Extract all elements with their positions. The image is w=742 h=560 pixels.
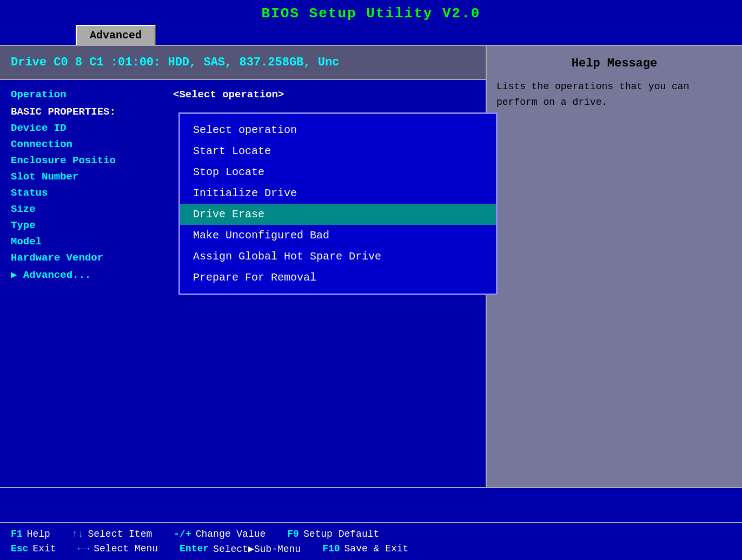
title-bar: BIOS Setup Utility V2.0: [0, 0, 742, 25]
tab-bar: Advanced: [0, 25, 742, 45]
footer-row-2: Esc Exit ←→ Select Menu Enter Select▶Sub…: [11, 543, 731, 555]
dropdown-item-prepare-for-removal[interactable]: Prepare For Removal: [180, 267, 496, 288]
drive-info: Drive C0 8 C1 :01:00: HDD, SAS, 837.258G…: [0, 46, 486, 80]
help-title: Help Message: [496, 57, 732, 70]
f10-desc: Save & Exit: [345, 543, 409, 554]
main-area: Drive C0 8 C1 :01:00: HDD, SAS, 837.258G…: [0, 45, 742, 488]
properties-list: Operation <Select operation> BASIC PROPE…: [0, 80, 486, 290]
footer-change-value: -/+ Change Value: [174, 529, 266, 539]
leftright-key: ←→: [78, 543, 90, 554]
footer-enter: Enter Select▶Sub-Menu: [180, 543, 301, 555]
f9-desc: Setup Default: [303, 529, 379, 539]
footer: F1 Help ↑↓ Select Item -/+ Change Value …: [0, 522, 742, 560]
f1-desc: Help: [27, 529, 50, 539]
right-panel: Help Message Lists the operations that y…: [487, 46, 742, 487]
operation-label: Operation: [11, 89, 130, 101]
operation-dropdown[interactable]: Select operation Start Locate Stop Locat…: [178, 112, 498, 295]
updown-desc: Select Item: [88, 529, 152, 539]
esc-key: Esc: [11, 543, 28, 554]
change-value-desc: Change Value: [196, 529, 266, 539]
advanced-tab[interactable]: Advanced: [76, 25, 156, 45]
dropdown-item-drive-erase[interactable]: Drive Erase: [180, 204, 496, 225]
esc-desc: Exit: [32, 543, 56, 554]
footer-row-1: F1 Help ↑↓ Select Item -/+ Change Value …: [11, 529, 731, 539]
help-text: Lists the operations that you can perfor…: [496, 79, 732, 110]
updown-key: ↑↓: [72, 529, 84, 539]
leftright-desc: Select Menu: [94, 543, 158, 554]
footer-f9: F9 Setup Default: [287, 529, 379, 539]
dropdown-item-make-unconfigured-bad[interactable]: Make Unconfigured Bad: [180, 225, 496, 246]
dropdown-item-select-operation[interactable]: Select operation: [180, 119, 496, 141]
left-panel: Drive C0 8 C1 :01:00: HDD, SAS, 837.258G…: [0, 46, 487, 487]
footer-f1: F1 Help: [11, 529, 50, 539]
f10-key: F10: [322, 543, 340, 554]
f1-key: F1: [11, 529, 23, 539]
operation-row: Operation <Select operation>: [11, 89, 475, 101]
change-value-key: -/+: [174, 529, 191, 539]
f9-key: F9: [287, 529, 299, 539]
footer-leftright: ←→ Select Menu: [78, 543, 158, 555]
footer-updown: ↑↓ Select Item: [72, 529, 152, 539]
dropdown-item-stop-locate[interactable]: Stop Locate: [180, 162, 496, 183]
footer-f10: F10 Save & Exit: [322, 543, 408, 555]
enter-desc: Select▶Sub-Menu: [213, 543, 301, 555]
dropdown-item-assign-global-hot-spare[interactable]: Assign Global Hot Spare Drive: [180, 246, 496, 267]
footer-esc: Esc Exit: [11, 543, 56, 555]
app-title: BIOS Setup Utility V2.0: [262, 5, 481, 22]
operation-value: <Select operation>: [173, 89, 284, 101]
dropdown-item-initialize-drive[interactable]: Initialize Drive: [180, 183, 496, 204]
dropdown-item-start-locate[interactable]: Start Locate: [180, 141, 496, 162]
enter-key: Enter: [180, 543, 209, 554]
